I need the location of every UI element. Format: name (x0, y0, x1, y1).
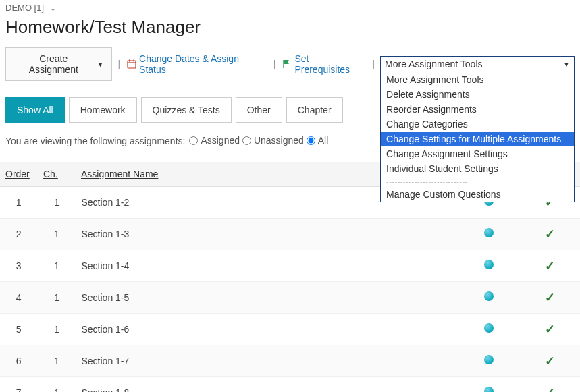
viewing-text: You are viewing the following assignment… (5, 136, 185, 146)
cell-assigned: ✓ (519, 281, 580, 313)
more-tools-select[interactable]: More Assignment Tools ▼ (380, 56, 575, 72)
cell-category (458, 345, 519, 376)
change-dates-label: Change Dates & Assign Status (139, 53, 267, 75)
cell-category (458, 376, 519, 392)
svg-rect-3 (134, 60, 135, 62)
more-tools-item[interactable]: Delete Assignments (381, 87, 574, 102)
cell-chapter: 1 (38, 313, 76, 345)
filter-tab[interactable]: Chapter (286, 97, 343, 123)
cell-assignment-name[interactable]: Section 1-8 (76, 376, 458, 392)
table-row: 71Section 1-8✓ (0, 376, 580, 392)
category-dot-icon (484, 260, 494, 269)
more-tools-dropdown[interactable]: More Assignment Tools ▼ More Assignment … (380, 56, 575, 72)
filter-tab[interactable]: Homework (69, 97, 137, 123)
viewing-option-label: All (318, 135, 329, 146)
cell-assignment-name[interactable]: Section 1-7 (76, 345, 458, 376)
viewing-option-label: Unassigned (254, 135, 304, 146)
flag-icon (282, 59, 292, 69)
cell-order[interactable]: 7 (0, 376, 38, 392)
set-prerequisites-label: Set Prerequisites (294, 53, 365, 75)
cell-chapter: 1 (38, 218, 76, 250)
table-row: 31Section 1-4✓ (0, 250, 580, 281)
check-icon: ✓ (545, 323, 555, 336)
cell-category (458, 250, 519, 281)
chevron-down-icon: ⌄ (49, 3, 57, 13)
change-dates-link[interactable]: Change Dates & Assign Status (126, 51, 268, 78)
cell-category (458, 313, 519, 345)
divider: | (116, 59, 122, 69)
cell-assignment-name[interactable]: Section 1-6 (76, 313, 458, 345)
check-icon: ✓ (545, 259, 555, 273)
more-tools-menu: More Assignment ToolsDelete AssignmentsR… (380, 72, 575, 202)
course-label-text: DEMO [1] (5, 3, 44, 13)
toolbar: Create Assignment ▼ | Change Dates & Ass… (0, 47, 580, 81)
viewing-option[interactable]: Assigned (189, 135, 240, 146)
course-selector[interactable]: DEMO [1] ⌄ (0, 0, 580, 13)
cell-chapter: 1 (38, 186, 76, 218)
cell-order[interactable]: 6 (0, 345, 38, 376)
set-prerequisites-link[interactable]: Set Prerequisites (281, 51, 367, 78)
table-row: 51Section 1-6✓ (0, 313, 580, 345)
category-dot-icon (484, 355, 494, 364)
svg-rect-2 (129, 60, 130, 62)
table-row: 41Section 1-5✓ (0, 281, 580, 313)
more-tools-item[interactable]: Change Categories (381, 117, 574, 132)
cell-order[interactable]: 4 (0, 281, 38, 313)
cell-assignment-name[interactable]: Section 1-4 (76, 250, 458, 281)
check-icon: ✓ (545, 291, 555, 304)
create-assignment-button[interactable]: Create Assignment ▼ (5, 47, 112, 81)
cell-assigned: ✓ (519, 313, 580, 345)
filter-tab[interactable]: Other (236, 97, 282, 123)
cell-assignment-name[interactable]: Section 1-5 (76, 281, 458, 313)
more-tools-item[interactable]: Change Assignment Settings (381, 146, 574, 161)
category-dot-icon (484, 228, 494, 237)
cell-order[interactable]: 1 (0, 186, 38, 218)
cell-category (458, 218, 519, 250)
category-dot-icon (484, 291, 494, 301)
col-ch[interactable]: Ch. (38, 162, 76, 187)
cell-order[interactable]: 2 (0, 218, 38, 250)
viewing-option[interactable]: All (307, 135, 329, 146)
divider: | (272, 59, 278, 69)
create-assignment-label: Create Assignment (14, 53, 93, 75)
menu-separator: ----------------------------- (381, 176, 574, 187)
category-dot-icon (484, 387, 494, 392)
radio-input[interactable] (242, 136, 251, 145)
cell-assignment-name[interactable]: Section 1-3 (76, 218, 458, 250)
radio-input[interactable] (307, 136, 315, 145)
more-tools-item[interactable]: Individual Student Settings (381, 161, 574, 176)
filter-tab[interactable]: Quizzes & Tests (141, 97, 232, 123)
col-order[interactable]: Order (0, 162, 38, 187)
divider: | (371, 59, 376, 69)
cell-chapter: 1 (38, 281, 76, 313)
cell-assigned: ✓ (519, 218, 580, 250)
cell-order[interactable]: 3 (0, 250, 38, 281)
more-tools-selected: More Assignment Tools (385, 59, 482, 69)
cell-chapter: 1 (38, 376, 76, 392)
more-tools-item[interactable]: Change Settings for Multiple Assignments (381, 132, 574, 146)
cell-chapter: 1 (38, 250, 76, 281)
table-row: 61Section 1-7✓ (0, 345, 580, 376)
svg-rect-0 (128, 61, 136, 68)
page-title: Homework/Test Manager (0, 13, 580, 47)
check-icon: ✓ (545, 386, 555, 393)
calendar-icon (127, 59, 136, 69)
more-tools-item[interactable]: Manage Custom Questions (381, 187, 574, 202)
cell-chapter: 1 (38, 345, 76, 376)
cell-assigned: ✓ (519, 376, 580, 392)
more-tools-item[interactable]: More Assignment Tools (381, 72, 574, 87)
cell-assigned: ✓ (519, 250, 580, 281)
caret-down-icon: ▼ (563, 61, 570, 68)
viewing-option-label: Assigned (201, 135, 240, 146)
more-tools-item[interactable]: Reorder Assignments (381, 102, 574, 117)
cell-category (458, 281, 519, 313)
cell-assigned: ✓ (519, 345, 580, 376)
caret-down-icon: ▼ (97, 61, 104, 68)
cell-order[interactable]: 5 (0, 313, 38, 345)
check-icon: ✓ (545, 354, 555, 368)
table-row: 21Section 1-3✓ (0, 218, 580, 250)
filter-tab[interactable]: Show All (5, 97, 65, 123)
category-dot-icon (484, 323, 494, 333)
radio-input[interactable] (189, 136, 198, 145)
viewing-option[interactable]: Unassigned (242, 135, 304, 146)
